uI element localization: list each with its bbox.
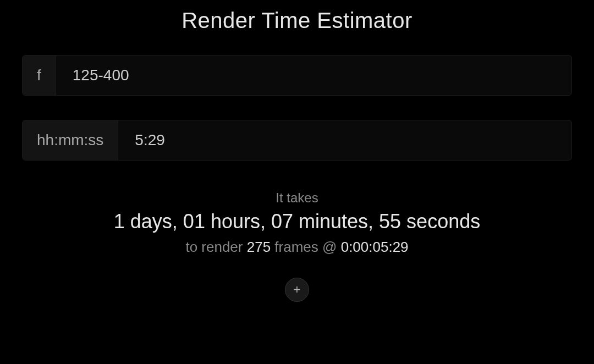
duration-prefix-label: hh:mm:ss bbox=[23, 120, 118, 160]
result-frame-count: 275 bbox=[247, 239, 271, 255]
result-takes-label: It takes bbox=[276, 190, 318, 206]
page-title: Render Time Estimator bbox=[182, 8, 413, 33]
plus-icon: + bbox=[294, 284, 301, 296]
result-to-render-label: to render bbox=[185, 239, 243, 255]
add-button[interactable]: + bbox=[285, 278, 309, 302]
result-per-frame-time: 0:00:05:29 bbox=[341, 239, 409, 255]
frames-prefix-label: f bbox=[23, 56, 56, 95]
frames-input-row: f bbox=[22, 55, 572, 96]
result-total-time: 1 days, 01 hours, 07 minutes, 55 seconds bbox=[114, 210, 480, 233]
result-detail: to render 275 frames @ 0:00:05:29 bbox=[185, 239, 408, 256]
result-frames-at-label: frames @ bbox=[274, 239, 337, 255]
frames-input[interactable] bbox=[56, 56, 571, 95]
result-block: It takes 1 days, 01 hours, 07 minutes, 5… bbox=[114, 190, 480, 256]
duration-input-row: hh:mm:ss bbox=[22, 120, 572, 161]
duration-input[interactable] bbox=[118, 120, 571, 160]
